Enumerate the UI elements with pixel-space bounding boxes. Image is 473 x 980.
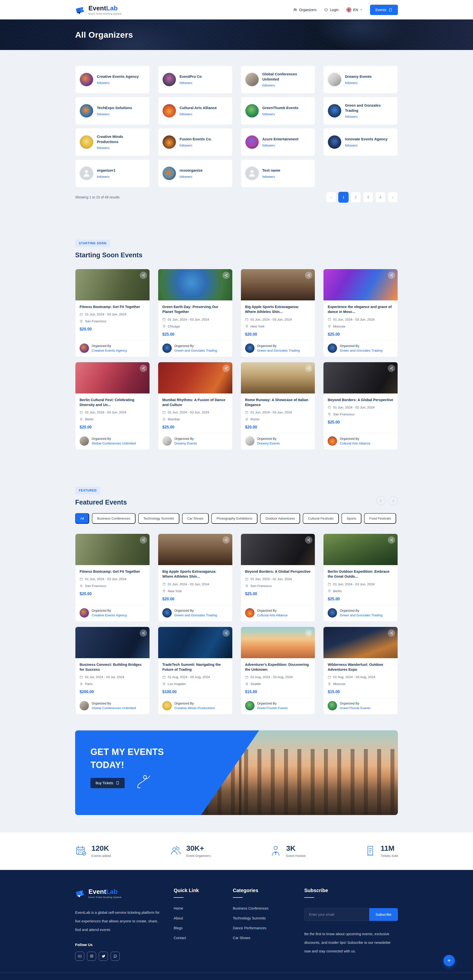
youtube-button[interactable] — [75, 952, 84, 961]
organizer-followers-link[interactable]: followers — [180, 143, 192, 147]
event-card[interactable]: Berlin Outdoor Expedition: Embrace the G… — [323, 534, 398, 622]
organizer-followers-link[interactable]: followers — [97, 175, 109, 178]
organizer-card[interactable]: EventPro Co followers — [158, 65, 233, 94]
share-button[interactable] — [305, 536, 312, 544]
tab-filter[interactable]: Outdoor Adventures — [260, 513, 300, 524]
event-card[interactable]: Experience the elegance and grace of dan… — [323, 269, 398, 357]
event-organizer-link[interactable]: Green and Gonzales Trading — [174, 348, 217, 352]
footer-category-link[interactable]: Dance Performances — [233, 926, 266, 930]
brand-logo[interactable]: EventLab Event Ticket Booking System — [75, 5, 121, 15]
tab-filter[interactable]: Food Festivals — [364, 513, 396, 524]
footer-category-link[interactable]: Business Conferences — [233, 906, 269, 910]
organizer-card[interactable]: TechExpo Solutions followers — [75, 97, 150, 125]
event-card[interactable]: Big Apple Sports Extravaganza: Where Ath… — [158, 534, 233, 622]
tab-filter[interactable]: Car Shows — [182, 513, 209, 524]
pagination-prev-button[interactable]: ‹ — [326, 192, 336, 203]
tab-filter[interactable]: Cultural Festivals — [303, 513, 339, 524]
event-card[interactable]: Beyond Borders: A Global Perspective 01 … — [241, 534, 315, 622]
pagination-page-4[interactable]: 4 — [375, 192, 385, 203]
organizer-followers-link[interactable]: followers — [180, 112, 192, 116]
event-card[interactable]: Business Connect: Building Bridges for S… — [75, 627, 150, 715]
tab-filter[interactable]: Technology Summits — [138, 513, 179, 524]
footer-link[interactable]: Contact — [174, 936, 186, 940]
organizer-followers-link[interactable]: followers — [345, 81, 357, 85]
organizer-followers-link[interactable]: followers — [345, 143, 357, 147]
organizer-followers-link[interactable]: followers — [180, 175, 192, 178]
event-organizer-link[interactable]: Cultural Arts Alliance — [257, 613, 288, 617]
event-organizer-link[interactable]: Cultural Arts Alliance — [340, 441, 370, 445]
organizer-card[interactable]: Creative Events Agency followers — [75, 65, 150, 94]
share-button[interactable] — [223, 272, 230, 279]
organizer-card[interactable]: GreenThumb Events followers — [241, 97, 315, 125]
organizer-followers-link[interactable]: followers — [345, 115, 357, 118]
event-organizer-link[interactable]: Creative Minds Productions — [174, 706, 215, 710]
organizer-card[interactable]: Test name followers — [241, 159, 315, 188]
event-organizer-link[interactable]: Global Conferences Unlimited — [92, 441, 136, 445]
share-button[interactable] — [388, 536, 395, 544]
pagination-page-2[interactable]: 2 — [350, 192, 361, 203]
organizer-followers-link[interactable]: followers — [262, 83, 275, 87]
organizer-card[interactable]: Azure Entertainment followers — [241, 128, 315, 156]
event-card[interactable]: TradeTech Summit: Navigating the Future … — [158, 627, 233, 715]
carousel-next-button[interactable]: › — [389, 496, 398, 505]
organizer-card[interactable]: organizer1 followers — [75, 159, 150, 188]
share-button[interactable] — [140, 272, 147, 279]
event-card[interactable]: Rome Runway: A Showcase of Italian Elega… — [241, 362, 315, 450]
organizer-followers-link[interactable]: followers — [97, 146, 109, 150]
event-card[interactable]: Mumbai Rhythms: A Fusion of Dance and Cu… — [158, 362, 233, 450]
share-button[interactable] — [223, 365, 230, 372]
event-card[interactable]: Green Earth Day: Preserving Our Planet T… — [158, 269, 233, 357]
email-input[interactable] — [304, 908, 369, 921]
event-organizer-link[interactable]: Green and Gonzales Trading — [174, 613, 217, 617]
organizer-card[interactable]: rexoorganize followers — [158, 159, 233, 188]
subscribe-button[interactable]: Subscribe — [369, 908, 398, 921]
event-card[interactable]: Wilderness Wanderlust: Outdoor Adventure… — [323, 627, 398, 715]
event-organizer-link[interactable]: Global Conferences Unlimited — [92, 706, 136, 710]
event-organizer-link[interactable]: Creative Events Agency — [92, 613, 127, 617]
event-organizer-link[interactable]: Green and Gonzales Trading — [257, 348, 300, 352]
event-organizer-link[interactable]: GreenThumb Events — [257, 706, 288, 710]
organizer-followers-link[interactable]: followers — [97, 81, 109, 85]
event-organizer-link[interactable]: GreenThumb Events — [340, 706, 371, 710]
footer-category-link[interactable]: Car Shows — [233, 936, 250, 940]
share-button[interactable] — [305, 365, 312, 372]
event-organizer-link[interactable]: Dreamy Events — [174, 441, 197, 445]
share-button[interactable] — [140, 629, 147, 637]
share-button[interactable] — [223, 536, 230, 544]
organizer-card[interactable]: Fusion Events Co. followers — [158, 128, 233, 156]
event-organizer-link[interactable]: Creative Events Agency — [92, 348, 127, 352]
nav-organizers-link[interactable]: Organizers — [293, 8, 317, 12]
event-card[interactable]: Fitness Bootcamp: Get Fit Together 01 Ju… — [75, 534, 150, 622]
share-button[interactable] — [140, 536, 147, 544]
footer-link[interactable]: Home — [174, 906, 183, 910]
organizer-card[interactable]: Green and Gonzales Trading followers — [323, 97, 398, 125]
event-organizer-link[interactable]: Green and Gonzales Trading — [340, 613, 382, 617]
organizer-card[interactable]: Creative Minds Productions followers — [75, 128, 150, 156]
share-button[interactable] — [140, 365, 147, 372]
carousel-prev-button[interactable]: ‹ — [376, 496, 385, 505]
event-card[interactable]: Berlin Cultural Fest: Celebrating Divers… — [75, 362, 150, 450]
twitter-button[interactable] — [99, 952, 108, 961]
language-selector[interactable]: EN — [346, 7, 363, 13]
event-card[interactable]: Big Apple Sports Extravaganza: Where Ath… — [241, 269, 315, 357]
organizer-card[interactable]: Dreamy Events followers — [323, 65, 398, 94]
organizer-card[interactable]: Cultural Arts Alliance followers — [158, 97, 233, 125]
organizer-followers-link[interactable]: followers — [262, 143, 275, 147]
instagram-button[interactable] — [87, 952, 96, 961]
footer-category-link[interactable]: Technology Summits — [233, 916, 266, 920]
share-button[interactable] — [223, 629, 230, 637]
share-button[interactable] — [388, 365, 395, 372]
tab-filter[interactable]: Photography Exhibitions — [211, 513, 258, 524]
tab-filter[interactable]: All — [75, 513, 89, 524]
event-card[interactable]: Fitness Bootcamp: Get Fit Together 01 Ju… — [75, 269, 150, 357]
pagination-page-3[interactable]: 3 — [363, 192, 373, 203]
event-card[interactable]: Adventurer's Expedition: Discovering the… — [241, 627, 315, 715]
event-card[interactable]: Beyond Borders: A Global Perspective 01 … — [323, 362, 398, 450]
organizer-card[interactable]: Global Conferences Unlimited followers — [241, 65, 315, 94]
tab-filter[interactable]: Business Conferences — [92, 513, 135, 524]
organizer-followers-link[interactable]: followers — [262, 175, 275, 178]
organizer-followers-link[interactable]: followers — [180, 81, 192, 85]
share-button[interactable] — [388, 629, 395, 637]
organizer-card[interactable]: Innovate Events Agency followers — [323, 128, 398, 156]
scroll-to-top-button[interactable] — [443, 955, 455, 966]
